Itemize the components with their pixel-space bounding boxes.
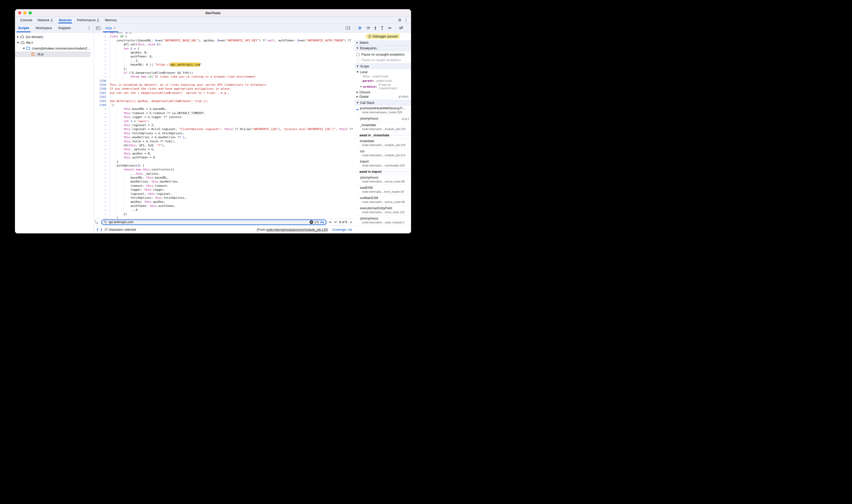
line-gutter[interactable]: – — [94, 184, 110, 188]
call-stack-frame[interactable]: instantiatenode:internal/m…module_job:10… — [355, 138, 411, 148]
regex-icon[interactable]: (.*) — [315, 220, 319, 224]
code-line[interactable]: –this.logLevel = Hc1(G.logLevel, "Client… — [94, 127, 355, 131]
step-into-icon[interactable] — [374, 26, 377, 30]
step-icon[interactable] — [387, 26, 392, 30]
code-line[interactable]: –constructor({baseURL: A=ao("ANTHROPIC_B… — [94, 39, 355, 42]
line-gutter[interactable]: 1344 — [94, 103, 110, 107]
scope-group-closure[interactable]: Closure — [355, 90, 411, 94]
line-gutter[interactable]: – — [94, 33, 110, 34]
code-line[interactable]: –authToken: this.authToken, — [94, 204, 355, 208]
line-gutter[interactable]: – — [94, 180, 110, 183]
call-stack-frame[interactable]: (anonymous)cli.js:1 — [355, 116, 411, 122]
call-stack-frame[interactable]: _instantiatenode:internal/m…module_job:1… — [355, 122, 411, 132]
line-gutter[interactable]: – — [94, 55, 110, 58]
minimize-window-button[interactable] — [23, 11, 26, 14]
code-line[interactable]: –logger: this.logger, — [94, 188, 355, 192]
tree-item-file-[interactable]: file:// — [15, 40, 94, 46]
line-gutter[interactable]: – — [94, 164, 110, 167]
expand-arrow-icon[interactable] — [361, 86, 362, 87]
code-line[interactable]: –baseURL: A || "https://api.anthropic.co… — [94, 63, 355, 67]
call-stack-frame[interactable]: (anonymous)node:internal/m…es/run_main:9… — [355, 175, 411, 185]
prev-match-icon[interactable] — [329, 221, 332, 223]
scope-section-header[interactable]: Scope — [355, 64, 411, 69]
line-gutter[interactable]: – — [94, 208, 110, 212]
scope-variable-promise[interactable]: promise: Promise {<pending>} — [355, 83, 411, 90]
code-line[interactable]: 1339This is disabled by default, as it r… — [94, 83, 355, 87]
code-line[interactable]: –...this._options, — [94, 172, 355, 176]
code-line[interactable]: –this.fetch = G.fetch ?? Fs0(), — [94, 140, 355, 143]
code-line[interactable]: –let G = { — [94, 47, 355, 51]
tree-item--no-domain-[interactable]: (no domain) — [15, 34, 94, 40]
line-gutter[interactable]: – — [94, 188, 110, 192]
panel-tab-performance[interactable]: Performance — [74, 17, 102, 23]
checkbox[interactable] — [356, 58, 360, 61]
code-line[interactable]: –o9(this, $F1, Xs0, "f"), — [94, 143, 355, 147]
line-gutter[interactable]: – — [94, 196, 110, 200]
line-gutter[interactable]: – — [94, 140, 110, 143]
step-over-icon[interactable] — [366, 26, 370, 30]
navigator-tab-workspace[interactable]: Workspace — [32, 23, 55, 32]
expand-arrow-icon[interactable] — [23, 48, 25, 49]
code-line[interactable]: –baseURL: this.baseURL, — [94, 176, 355, 180]
line-gutter[interactable]: – — [94, 42, 110, 47]
editor-tab-clijs[interactable]: cli.js × — [103, 23, 118, 32]
tree-item-users-jinhuilee-nvm-versions-node-v2-[interactable]: Users/jinhuilee/.nvm/versions/node/v2… — [15, 46, 94, 51]
line-gutter[interactable]: – — [94, 200, 110, 204]
checkbox[interactable] — [356, 53, 360, 56]
panel-tab-console[interactable]: Console — [18, 17, 35, 23]
navigator-kebab-menu-icon[interactable]: ⋮ — [87, 26, 94, 30]
line-gutter[interactable]: – — [94, 131, 110, 135]
line-gutter[interactable]: – — [94, 111, 110, 115]
code-line[interactable]: –this.apiKey = B, — [94, 151, 355, 156]
code-line[interactable]: –fetchOptions: this.fetchOptions, — [94, 196, 355, 200]
code-line[interactable]: –if (!G.dangerouslyAllowBrowser && Ys0()… — [94, 71, 355, 75]
code-line[interactable]: –timeout: this.timeout, — [94, 184, 355, 188]
line-gutter[interactable]: – — [94, 176, 110, 180]
settings-gear-icon[interactable]: ⚙ — [398, 18, 402, 22]
expand-arrow-icon[interactable] — [356, 71, 359, 73]
next-match-icon[interactable] — [334, 221, 337, 223]
navigator-tab-scripts[interactable]: Scripts — [15, 23, 32, 32]
pretty-print-icon[interactable]: { } — [96, 228, 102, 232]
watch-section-header[interactable]: Watch — [355, 40, 411, 46]
line-gutter[interactable]: – — [94, 172, 110, 176]
code-line[interactable]: –authToken: Q, — [94, 55, 355, 58]
code-line[interactable]: –throw new L9(`It looks like you're runn… — [94, 75, 355, 79]
scope-variable-parent[interactable]: parent: undefined — [355, 79, 411, 83]
line-gutter[interactable]: – — [94, 67, 110, 71]
call-stack-frame[interactable]: runnode:internal/m…module_job:214 — [355, 148, 411, 159]
line-gutter[interactable]: – — [94, 147, 110, 151]
line-gutter[interactable]: – — [94, 167, 110, 172]
tree-item-cli-js[interactable]: cli.js — [15, 51, 91, 57]
code-line[interactable]: 1338 — [94, 79, 355, 83]
line-gutter[interactable]: – — [94, 107, 110, 111]
navigator-tab-snippets[interactable]: Snippets — [55, 23, 74, 32]
code-line[interactable]: –...A — [94, 208, 355, 212]
breakpoints-section-header[interactable]: Breakpoints — [355, 46, 411, 51]
line-gutter[interactable]: – — [94, 143, 110, 147]
line-gutter[interactable]: – — [94, 216, 110, 218]
line-gutter[interactable]: – — [94, 212, 110, 216]
code-line[interactable]: –logLevel: this.logLevel, — [94, 192, 355, 196]
code-line[interactable]: –}; — [94, 67, 355, 71]
replace-toggle-icon[interactable]: A↳B — [95, 220, 99, 224]
close-tab-icon[interactable]: × — [113, 26, 116, 30]
line-gutter[interactable]: 1340 — [94, 87, 110, 91]
code-line[interactable]: –class $8 { — [94, 34, 355, 38]
line-gutter[interactable]: – — [94, 160, 110, 164]
toggle-debugger-sidebar-icon[interactable] — [345, 26, 350, 30]
kebab-menu-icon[interactable]: ⋮ — [404, 18, 408, 22]
code-line[interactable]: –} — [94, 160, 355, 164]
expand-arrow-icon[interactable] — [17, 42, 19, 43]
line-gutter[interactable]: 1343 — [94, 99, 110, 103]
panel-tab-memory[interactable]: Memory — [102, 17, 119, 23]
expand-arrow-icon[interactable] — [356, 91, 358, 93]
coverage-link[interactable]: Coverage: n/a — [332, 228, 352, 232]
line-gutter[interactable]: – — [94, 59, 110, 63]
line-gutter[interactable]: – — [94, 123, 110, 127]
line-gutter[interactable]: – — [94, 204, 110, 208]
line-gutter[interactable]: 1338 — [94, 79, 110, 83]
code-line[interactable]: –apiKey: this.apiKey, — [94, 200, 355, 204]
scope-group-global[interactable]: Globalglobal — [355, 94, 411, 99]
line-gutter[interactable]: – — [94, 75, 110, 79]
